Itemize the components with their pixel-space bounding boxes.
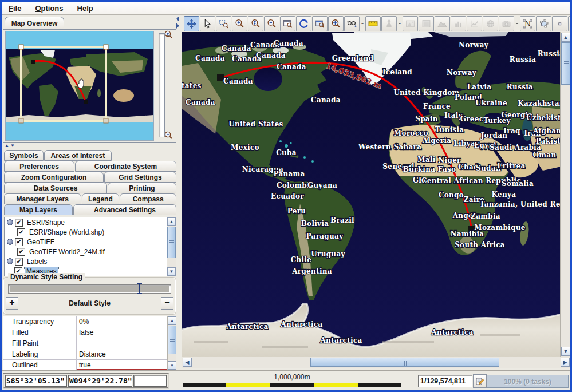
tab-legend[interactable]: Legend	[82, 193, 120, 204]
polyline-annotation-button[interactable]	[568, 16, 572, 31]
latitude-field[interactable]: S85°32'05.13"	[5, 375, 67, 387]
longitude-field[interactable]: W094°29'22.78"	[68, 375, 132, 387]
scroll-down-icon[interactable]: ▼	[168, 361, 176, 370]
style-slider[interactable]	[8, 284, 171, 294]
dynamic-style-group: Dynamic Style Setting + Default Style −	[3, 277, 176, 315]
country-label: Tanzania, United Republic	[480, 200, 560, 208]
tree-item-esri-shape[interactable]: ✔ ESRI/Shape	[5, 217, 176, 227]
tree-toggle-icon[interactable]	[7, 219, 13, 225]
add-style-button[interactable]: +	[6, 297, 18, 310]
scrollbar-thumb[interactable]	[561, 42, 570, 85]
table-row[interactable]: Labeling Distance	[3, 349, 176, 360]
layer-checkbox[interactable]: ✔	[17, 248, 25, 256]
table-row[interactable]: Fill Paint	[3, 338, 176, 349]
layer-checkbox[interactable]: ✔	[15, 258, 23, 266]
point-annotation-button[interactable]	[552, 16, 567, 31]
tree-item-geotiff[interactable]: ✔ GeoTIFF	[5, 237, 176, 247]
tree-item-world-shp[interactable]: ✔ ESRI/Shape (World.shp)	[17, 227, 176, 237]
tab-printing[interactable]: Printing	[108, 183, 176, 193]
zoom-in-button[interactable]	[232, 16, 247, 31]
polygon-annotation-button[interactable]	[536, 16, 551, 31]
terrain-button-disabled	[435, 16, 450, 31]
map-view[interactable]: CanadaCanadaCanadaCanadaCanadaCanadaCana…	[182, 32, 560, 357]
toolbar-separator: -	[360, 19, 365, 27]
collapse-right-icon[interactable]	[176, 23, 179, 29]
zoom-window-button[interactable]	[280, 16, 295, 31]
pan-button[interactable]	[184, 16, 199, 31]
zoom-out-icon[interactable]	[164, 130, 173, 140]
country-label: Russia	[510, 56, 536, 64]
scroll-right-icon[interactable]: ▶	[561, 358, 570, 367]
tab-manager-layers[interactable]: Manager Layers	[4, 193, 81, 204]
country-label: Canada	[311, 96, 341, 104]
menu-file[interactable]: File	[2, 3, 28, 14]
scrollbar-thumb[interactable]	[310, 358, 499, 367]
tab-compass[interactable]: Compass	[120, 193, 176, 204]
table-row[interactable]: Transparency 0%	[3, 316, 176, 327]
scroll-down-icon[interactable]: ▼	[561, 347, 570, 356]
tab-map-overview[interactable]: Map Overview	[5, 17, 64, 30]
scroll-left-icon[interactable]: ◀	[183, 358, 192, 367]
zoom-slider-track[interactable]	[159, 33, 165, 137]
select-button[interactable]	[200, 16, 215, 31]
zoom-selection-button[interactable]	[312, 16, 328, 31]
tab-grid-settings[interactable]: Grid Settings	[104, 172, 176, 183]
zoom-center-button[interactable]	[328, 16, 344, 31]
map-vertical-scrollbar[interactable]: ▲ ▼	[560, 32, 571, 357]
world-map[interactable]: CanadaCanadaCanadaCanadaCanadaCanadaCana…	[182, 32, 560, 357]
tree-scrollbar[interactable]: ▲ ▼	[167, 217, 176, 276]
tab-areas-of-interest[interactable]: Areas of Interest	[44, 150, 111, 161]
overview-minimap[interactable]	[5, 31, 154, 141]
tab-symbols[interactable]: Symbols	[4, 150, 44, 161]
collapse-left-icon[interactable]	[176, 16, 179, 22]
measure-distance-button[interactable]	[365, 16, 381, 31]
zoom-in-icon[interactable]	[164, 30, 173, 39]
scroll-down-icon[interactable]: ▼	[167, 267, 176, 276]
map-overview-panel	[3, 29, 177, 143]
layer-checkbox[interactable]: ✔	[15, 238, 23, 246]
table-row[interactable]: Outlined true	[3, 360, 176, 370]
tree-item-labels[interactable]: ✔ Labels	[5, 256, 176, 266]
tree-toggle-icon[interactable]	[7, 239, 13, 245]
tree-item-world2-tif[interactable]: ✔ GeoTIFF World2_24M.tif	[17, 247, 176, 256]
toolbar-separator: -	[397, 19, 402, 27]
tree-toggle-icon[interactable]	[7, 258, 13, 264]
tab-zoom-configuration[interactable]: Zoom Configuration	[4, 172, 104, 183]
scale-ratio-value[interactable]: 1/129,574,811	[418, 375, 472, 387]
tab-coordinate-system[interactable]: Coordinate System	[75, 161, 176, 172]
tab-data-sources[interactable]: Data Sources	[4, 183, 107, 193]
scroll-up-icon[interactable]: ▲	[561, 33, 570, 42]
country-label: Antarctica	[280, 320, 322, 328]
toolbar-separator: -	[515, 19, 519, 27]
extra-coordinate-field[interactable]	[133, 375, 167, 387]
country-label: Congo	[439, 191, 464, 199]
menu-help[interactable]: Help	[70, 3, 100, 14]
remove-style-button[interactable]: −	[161, 297, 173, 310]
overview-zoom-slider[interactable]	[155, 30, 175, 141]
table-row[interactable]: Filled false	[3, 327, 176, 338]
zoom-out-button[interactable]	[264, 16, 279, 31]
spectacles-plus-button[interactable]	[344, 16, 360, 31]
split-pane-divider[interactable]	[176, 15, 182, 371]
menu-options[interactable]: Options	[28, 3, 70, 14]
country-label: Bolivia	[301, 220, 329, 228]
overview-scroll-arrows[interactable]: ▲▼	[5, 143, 16, 148]
country-label: Ecuador	[271, 192, 304, 200]
edit-scale-button[interactable]	[473, 374, 487, 388]
zoom-box-button[interactable]	[216, 16, 231, 31]
scroll-up-icon[interactable]: ▲	[168, 316, 176, 325]
zoom-extent-button[interactable]	[248, 16, 263, 31]
layer-checkbox[interactable]: ✔	[17, 228, 25, 236]
country-label: Russia	[538, 50, 560, 58]
tab-advanced-settings[interactable]: Advanced Settings	[73, 204, 176, 215]
table-scrollbar[interactable]: ▲ ▼	[167, 316, 176, 370]
scroll-up-icon[interactable]: ▲	[167, 217, 176, 226]
left-panel: Map Overview	[2, 15, 180, 371]
layer-checkbox[interactable]: ✔	[15, 219, 23, 227]
tab-map-layers[interactable]: Map Layers	[4, 204, 73, 215]
refresh-button[interactable]	[296, 16, 311, 31]
text-annotation-button[interactable]: N	[520, 16, 535, 31]
map-horizontal-scrollbar[interactable]: ◀ ▶	[182, 357, 570, 368]
country-label: United States	[182, 82, 202, 90]
tab-preferences[interactable]: Preferences	[4, 161, 74, 172]
